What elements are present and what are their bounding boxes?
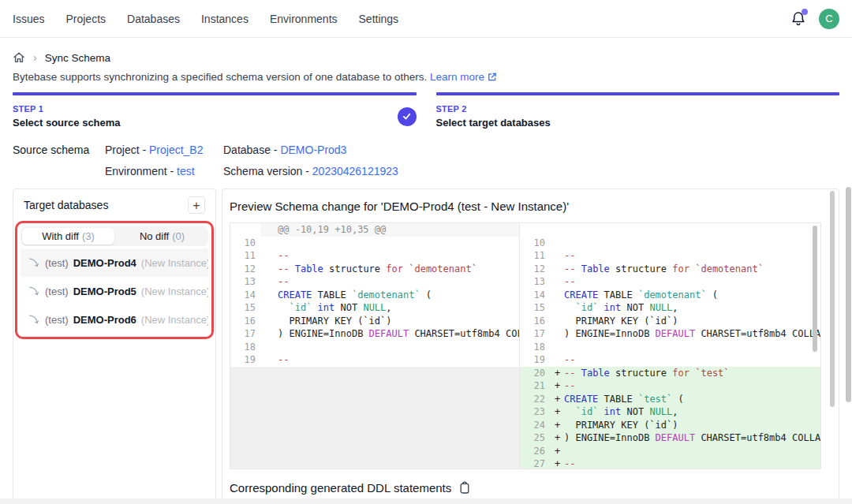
environment-link[interactable]: test: [177, 165, 195, 177]
diff-marker: [260, 263, 278, 276]
database-link[interactable]: DEMO-Prod3: [280, 144, 346, 156]
tab-no-diff-label: No diff: [140, 230, 169, 242]
user-avatar[interactable]: C: [819, 9, 839, 29]
environment-field-label: Environment -: [105, 165, 177, 177]
clipboard-icon: [458, 481, 471, 495]
step-1-label: STEP 1: [13, 104, 121, 114]
diff-marker: [550, 301, 564, 315]
database-engine-icon: [28, 256, 40, 269]
home-icon[interactable]: [13, 51, 25, 64]
code-line: 25+) ENGINE=InnoDB DEFAULT CHARSET=utf8m…: [520, 431, 820, 445]
ddl-section-title: Corresponding generated DDL statements: [230, 481, 451, 495]
code-line: 22+CREATE TABLE `test` (: [520, 393, 820, 406]
line-number: 13: [230, 275, 260, 289]
copy-ddl-button[interactable]: [458, 481, 471, 495]
field-project: Project - Project_B2: [105, 144, 223, 156]
step-2-bar: [436, 92, 840, 95]
diff-marker: [550, 289, 564, 302]
diff-marker: [260, 327, 278, 341]
database-item-demo-prod6[interactable]: (test)DEMO-Prod6(New Instance): [21, 305, 208, 334]
line-number: 17: [520, 327, 550, 341]
diff-editor-scrollbar[interactable]: [813, 226, 817, 352]
tab-with-diff[interactable]: With diff (3): [22, 228, 114, 245]
preview-panel-scrollbar[interactable]: [830, 191, 835, 407]
code-line: 11 --: [520, 249, 820, 263]
diff-marker: [260, 341, 278, 354]
line-number: 23: [520, 405, 550, 419]
code-line: 19 --: [230, 353, 519, 367]
line-number: 26: [520, 445, 550, 458]
bottom-scrollbar-track[interactable]: [0, 498, 852, 504]
tab-no-diff-count: (0): [172, 230, 185, 242]
database-name: DEMO-Prod4: [73, 257, 136, 269]
line-number: 15: [230, 301, 260, 315]
code-line: 16 PRIMARY KEY (`id`): [520, 315, 820, 328]
database-field-label: Database -: [223, 144, 280, 156]
line-number: 15: [520, 301, 550, 315]
diff-marker: +: [550, 393, 564, 406]
diff-editor[interactable]: @@ -10,19 +10,35 @@10 11 --12 -- Table s…: [230, 222, 821, 469]
database-instance: (New Instance): [141, 286, 208, 297]
tab-no-diff[interactable]: No diff (0): [116, 226, 208, 246]
code-line: 23+ `id` int NOT NULL,: [520, 405, 820, 419]
selection-highlight-box: With diff (3) No diff (0) (test)DEMO-Pro…: [15, 221, 214, 339]
diff-marker: [260, 237, 278, 250]
code-line: 21+--: [520, 379, 820, 393]
database-name: DEMO-Prod6: [73, 314, 136, 326]
diff-marker: [550, 237, 564, 250]
notifications-button[interactable]: [790, 10, 807, 28]
page-scrollbar[interactable]: [846, 187, 851, 402]
project-field-label: Project -: [105, 144, 149, 156]
line-number: 12: [520, 263, 550, 276]
diff-filter-tabs: With diff (3) No diff (0): [21, 226, 208, 246]
code-line: 12 -- Table structure for `demotenant`: [230, 263, 519, 276]
notification-dot: [802, 9, 808, 15]
code-line: 14 CREATE TABLE `demotenant` (: [230, 289, 519, 302]
nav-item-databases[interactable]: Databases: [127, 13, 180, 25]
diff-marker: +: [550, 431, 564, 445]
step-1-complete-check-icon: [398, 107, 417, 126]
learn-more-label: Learn more: [430, 71, 484, 83]
line-number: 10: [520, 237, 550, 250]
step-2-title: Select target databases: [436, 117, 551, 129]
target-databases-panel: Target databases + With diff (3) No diff…: [13, 189, 216, 504]
line-number: 20: [520, 367, 550, 380]
code-line: 18: [230, 341, 519, 354]
code-line: 14 CREATE TABLE `demotenant` (: [520, 289, 820, 302]
line-number: 10: [230, 237, 260, 250]
diff-marker: [550, 275, 564, 289]
nav-item-projects[interactable]: Projects: [65, 13, 106, 25]
schema-version-field-label: Schema version -: [223, 165, 312, 177]
diff-marker: +: [550, 379, 564, 393]
schema-version-link[interactable]: 20230426121923: [312, 165, 398, 177]
project-link[interactable]: Project_B2: [149, 144, 203, 156]
nav-item-issues[interactable]: Issues: [13, 13, 44, 25]
add-database-button[interactable]: +: [188, 196, 205, 214]
nav-item-instances[interactable]: Instances: [201, 13, 248, 25]
nav-item-settings[interactable]: Settings: [359, 13, 399, 25]
line-number: 14: [520, 289, 550, 302]
learn-more-link[interactable]: Learn more: [430, 71, 497, 83]
target-databases-title: Target databases: [24, 199, 108, 211]
tab-with-diff-count: (3): [82, 230, 95, 242]
database-list: (test)DEMO-Prod4(New Instance)(test)DEMO…: [21, 248, 208, 334]
line-number: 11: [230, 249, 260, 263]
diff-filler-region: [230, 367, 519, 469]
diff-pane-original: @@ -10,19 +10,35 @@10 11 --12 -- Table s…: [230, 223, 520, 469]
database-environment: (test): [45, 286, 69, 297]
code-line: 16 PRIMARY KEY (`id`): [230, 315, 519, 328]
diff-pane-modified: 10 11 --12 -- Table structure for `demot…: [520, 223, 820, 469]
step-2: STEP 2 Select target databases: [436, 92, 840, 129]
database-item-demo-prod5[interactable]: (test)DEMO-Prod5(New Instance): [21, 277, 208, 305]
line-number: 16: [230, 315, 260, 328]
source-schema-label: Source schema: [13, 144, 105, 156]
database-item-demo-prod4[interactable]: (test)DEMO-Prod4(New Instance): [21, 248, 208, 277]
diff-marker: +: [550, 419, 564, 432]
field-environment: Environment - test: [105, 165, 223, 177]
nav-item-environments[interactable]: Environments: [270, 13, 338, 25]
step-2-label: STEP 2: [436, 104, 551, 114]
line-number: 16: [520, 315, 550, 328]
line-number: 17: [230, 327, 260, 341]
diff-marker: [550, 353, 564, 367]
diff-marker: [260, 289, 278, 302]
